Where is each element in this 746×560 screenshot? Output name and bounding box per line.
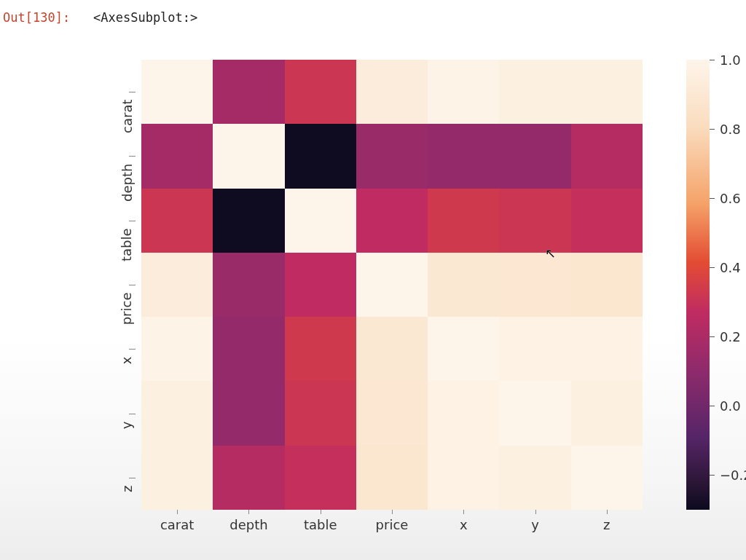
heatmap-cell [428, 381, 499, 445]
heatmap-cell [499, 124, 570, 188]
x-tick-label: price [376, 517, 409, 532]
heatmap-cell [356, 381, 428, 445]
heatmap-cell [499, 189, 570, 253]
heatmap-row [141, 381, 643, 445]
heatmap-cell [499, 253, 570, 317]
heatmap-cell [428, 60, 499, 124]
heatmap-cell [428, 124, 499, 188]
heatmap-figure: caratdepthtablepricexyz caratdepthtablep… [93, 60, 734, 548]
heatmap-cell [428, 317, 499, 381]
heatmap-cell [571, 253, 643, 317]
heatmap-cell [356, 189, 428, 253]
heatmap-row [141, 60, 643, 124]
heatmap-cell [428, 253, 499, 317]
colorbar-tick [710, 267, 715, 268]
x-tick [248, 510, 249, 514]
heatmap-cell [571, 446, 643, 510]
y-tick [129, 349, 136, 350]
x-axis: caratdepthtablepricexyz [141, 510, 643, 539]
heatmap-cell [141, 124, 213, 188]
colorbar-tick-label: 0.2 [720, 329, 741, 344]
heatmap-cell [428, 189, 499, 253]
heatmap-row [141, 124, 643, 188]
colorbar: 1.00.80.60.40.20.0−0.2 [686, 60, 710, 510]
heatmap-cell [141, 189, 213, 253]
colorbar-tick [710, 475, 715, 476]
heatmap-cell [285, 60, 356, 124]
y-tick-label: x [119, 357, 135, 365]
heatmap-cell [285, 189, 356, 253]
colorbar-tick [710, 336, 715, 337]
x-tick-label: table [304, 517, 337, 532]
y-tick [129, 92, 136, 92]
colorbar-tick-label: 0.6 [720, 191, 741, 206]
heatmap-cell [285, 253, 356, 317]
colorbar-tick-label: 0.8 [720, 122, 741, 137]
heatmap-cell [213, 189, 284, 253]
heatmap-cell [285, 124, 356, 188]
heatmap-cell [499, 381, 570, 445]
heatmap-row [141, 189, 643, 253]
y-tick [129, 285, 136, 285]
colorbar-tick [710, 60, 715, 60]
heatmap-row [141, 253, 643, 317]
x-tick-label: z [603, 517, 610, 532]
y-tick-label: z [119, 485, 135, 492]
heatmap-cell [499, 446, 570, 510]
y-tick [129, 414, 136, 414]
x-tick [535, 510, 536, 514]
heatmap-cell [213, 446, 284, 510]
colorbar-tick [710, 406, 715, 406]
y-tick [129, 156, 136, 157]
heatmap-row [141, 317, 643, 381]
colorbar-tick-label: 1.0 [720, 52, 741, 68]
heatmap-cell [141, 381, 213, 445]
colorbar-gradient [686, 60, 710, 510]
heatmap-cell [356, 60, 428, 124]
heatmap-cell [571, 189, 643, 253]
y-tick-label: table [119, 228, 135, 261]
heatmap-cell [356, 446, 428, 510]
y-tick-label: price [119, 293, 135, 326]
axes-repr-text: <AxesSubplot:> [93, 10, 197, 25]
x-tick [321, 510, 321, 514]
heatmap-cell [213, 381, 284, 445]
heatmap-cell [141, 446, 213, 510]
heatmap-cell [213, 124, 284, 188]
heatmap-cell [428, 446, 499, 510]
heatmap-cell [571, 317, 643, 381]
output-prompt-label: Out[130]: [3, 10, 70, 25]
x-tick-label: x [460, 517, 468, 532]
heatmap-cell [571, 124, 643, 188]
x-tick [392, 510, 393, 514]
heatmap-cell [141, 317, 213, 381]
heatmap-row [141, 446, 643, 510]
heatmap-cell [571, 381, 643, 445]
colorbar-tick-label: −0.2 [720, 468, 746, 483]
x-tick-label: y [531, 517, 539, 532]
heatmap-cell [356, 317, 428, 381]
colorbar-tick [710, 198, 715, 199]
x-tick-label: depth [229, 517, 267, 532]
colorbar-tick-label: 0.4 [720, 260, 741, 275]
y-tick [129, 221, 136, 221]
heatmap-cell [285, 381, 356, 445]
heatmap-cell [141, 60, 213, 124]
y-tick-label: carat [119, 100, 135, 133]
colorbar-tick [710, 129, 715, 130]
heatmap-cell [571, 60, 643, 124]
heatmap-cell [141, 253, 213, 317]
x-tick [607, 510, 608, 514]
heatmap-cell [213, 317, 284, 381]
heatmap-cell [213, 253, 284, 317]
y-axis: caratdepthtablepricexyz [93, 60, 141, 510]
notebook-output-cell: Out[130]: <AxesSubplot:> caratdepthtable… [0, 0, 746, 560]
heatmap-cell [499, 317, 570, 381]
y-tick-label: y [119, 421, 135, 429]
heatmap-cell [356, 124, 428, 188]
y-tick [129, 478, 136, 478]
y-tick-label: depth [119, 164, 135, 202]
heatmap-cell [499, 60, 570, 124]
heatmap-cell [213, 60, 284, 124]
colorbar-ticks: 1.00.80.60.40.20.0−0.2 [710, 60, 746, 510]
